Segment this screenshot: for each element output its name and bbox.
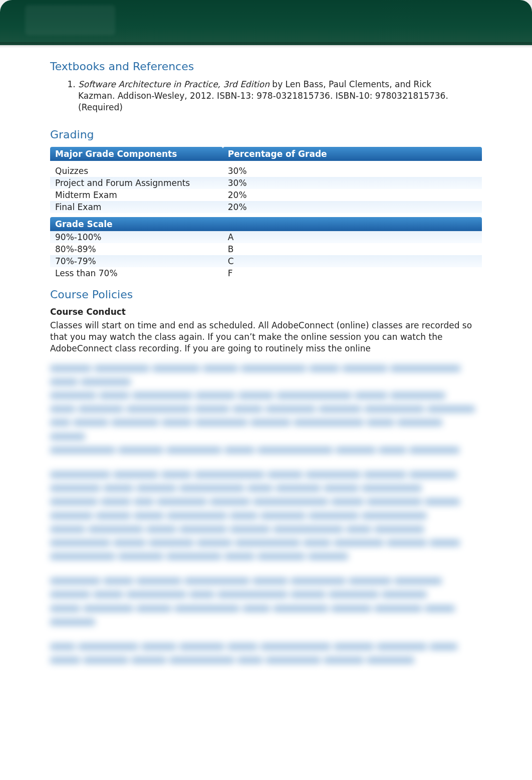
textbook-item: Software Architecture in Practice, 3rd E… (78, 79, 482, 113)
table-row: Less than 70% F (50, 267, 482, 279)
document-page: Textbooks and References Software Archit… (0, 0, 532, 780)
grade-component-label: Final Exam (50, 201, 223, 213)
table-row: Final Exam 20% (50, 201, 482, 213)
grade-scale-letter: B (223, 243, 482, 255)
policies-heading: Course Policies (50, 288, 482, 301)
course-conduct-paragraph: Classes will start on time and end as sc… (50, 320, 482, 354)
institution-logo (25, 5, 115, 35)
table-row: Midterm Exam 20% (50, 189, 482, 201)
table-row: 90%-100% A (50, 231, 482, 243)
grade-scale-header-row: Grade Scale (50, 217, 482, 231)
grade-component-pct: 30% (223, 177, 482, 189)
redacted-paragraph (50, 574, 482, 629)
course-conduct-label: Course Conduct (50, 307, 482, 317)
grade-component-label: Midterm Exam (50, 189, 223, 201)
redacted-paragraph (50, 640, 482, 667)
grade-scale-range: 70%-79% (50, 255, 223, 267)
grade-component-label: Quizzes (50, 165, 223, 177)
textbooks-list: Software Architecture in Practice, 3rd E… (50, 79, 482, 113)
grade-scale-letter: F (223, 267, 482, 279)
grade-scale-header: Grade Scale (50, 217, 482, 231)
grade-scale-range: Less than 70% (50, 267, 223, 279)
grade-component-pct: 20% (223, 189, 482, 201)
page-header-band (0, 0, 532, 45)
redacted-paragraph (50, 468, 482, 563)
redacted-paragraph (50, 361, 482, 457)
grading-table-header-row: Major Grade Components Percentage of Gra… (50, 147, 482, 161)
grade-component-pct: 30% (223, 165, 482, 177)
table-row: Project and Forum Assignments 30% (50, 177, 482, 189)
grade-scale-letter: A (223, 231, 482, 243)
grading-col-components: Major Grade Components (50, 147, 223, 161)
table-row: 70%-79% C (50, 255, 482, 267)
grading-table: Major Grade Components Percentage of Gra… (50, 147, 482, 279)
textbooks-heading: Textbooks and References (50, 60, 482, 73)
table-row: 80%-89% B (50, 243, 482, 255)
grade-component-label: Project and Forum Assignments (50, 177, 223, 189)
grading-heading: Grading (50, 128, 482, 141)
table-row: Quizzes 30% (50, 165, 482, 177)
textbook-title: Software Architecture in Practice, 3rd E… (78, 79, 270, 89)
grade-component-pct: 20% (223, 201, 482, 213)
grading-col-percentage: Percentage of Grade (223, 147, 482, 161)
document-content: Textbooks and References Software Archit… (0, 45, 532, 698)
grade-scale-range: 80%-89% (50, 243, 223, 255)
grade-scale-range: 90%-100% (50, 231, 223, 243)
grade-scale-letter: C (223, 255, 482, 267)
